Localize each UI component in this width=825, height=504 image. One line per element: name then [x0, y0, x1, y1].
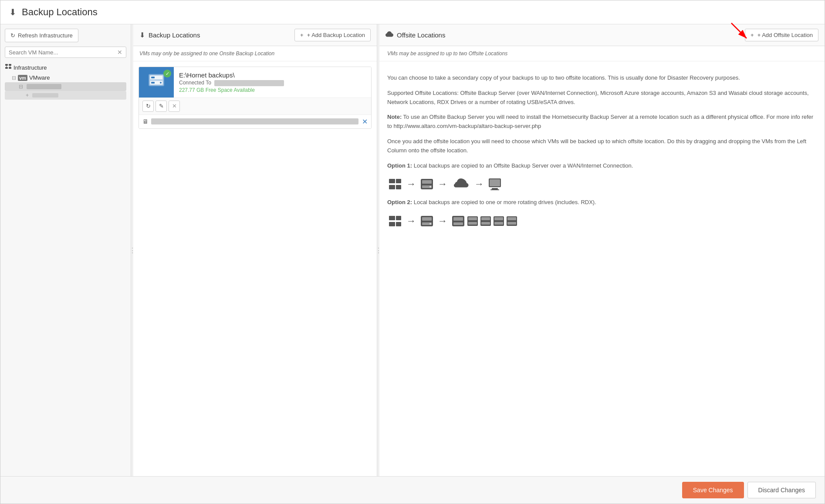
- svg-rect-29: [396, 216, 401, 220]
- backup-card-actions: ↻ ✎ ✕: [139, 97, 371, 114]
- svg-rect-27: [389, 216, 395, 220]
- sidebar: ↻ Refresh Infrastructure ✕: [0, 24, 131, 476]
- backup-panel-header: ⬇ Backup Locations + + Add Backup Locati…: [133, 24, 377, 46]
- delete-location-button[interactable]: ✕: [169, 101, 180, 112]
- svg-rect-3: [9, 67, 11, 69]
- offsite-panel-content: You can choose to take a secondary copy …: [379, 67, 825, 476]
- add-backup-location-button[interactable]: + + Add Backup Location: [294, 29, 371, 41]
- refresh-btn-label: Refresh Infrastructure: [18, 32, 73, 39]
- backup-location-card: ✓ E:\Hornet backups\ Connected To 227.77…: [139, 67, 372, 129]
- page-title: Backup Locations: [22, 7, 98, 18]
- search-input[interactable]: [9, 49, 117, 56]
- svg-rect-45: [494, 217, 503, 220]
- add-offsite-location-button[interactable]: + + Add Offsite Location: [745, 29, 818, 41]
- search-clear-icon[interactable]: ✕: [117, 49, 122, 56]
- svg-point-34: [429, 223, 431, 225]
- add-backup-btn-label: + Add Backup Location: [307, 32, 365, 38]
- svg-rect-2: [5, 67, 8, 69]
- option2-diagram: → →: [387, 213, 817, 229]
- diag-drive-icon: [419, 177, 434, 192]
- svg-rect-46: [494, 222, 503, 225]
- infrastructure-icon: [5, 64, 12, 72]
- backup-location-space: 227.77 GB Free Space Available: [179, 87, 366, 93]
- offsite-title-label: Offsite Locations: [397, 31, 445, 39]
- svg-line-14: [731, 23, 747, 38]
- edit-location-button[interactable]: ✎: [156, 101, 167, 112]
- offsite-panel-info: VMs may be assigned to up to two Offsite…: [379, 46, 825, 61]
- check-badge: ✓: [163, 70, 171, 77]
- refresh-icon: ↻: [10, 32, 15, 39]
- svg-rect-30: [396, 222, 401, 226]
- tree-item-vm1[interactable]: ⊟: [5, 82, 126, 91]
- diag-cloud-icon: [451, 177, 471, 192]
- svg-rect-40: [468, 222, 477, 225]
- offsite-note: Note: To use an Offsite Backup Server yo…: [387, 113, 817, 131]
- backup-panel-content: ✓ E:\Hornet backups\ Connected To 227.77…: [133, 61, 377, 476]
- main-area: ↻ Refresh Infrastructure ✕: [0, 24, 825, 476]
- offsite-desc-2: Supported Offsite Locations: Offsite Bac…: [387, 89, 817, 107]
- offsite-once-text: Once you add the offsite location you wi…: [387, 137, 817, 155]
- backup-locations-panel: ⬇ Backup Locations + + Add Backup Locati…: [133, 24, 377, 476]
- svg-rect-36: [453, 217, 463, 221]
- discard-changes-button[interactable]: Discard Changes: [747, 482, 816, 498]
- app-header: ⬇ Backup Locations: [0, 0, 825, 24]
- svg-rect-18: [396, 185, 401, 189]
- connected-to-label: Connected To: [179, 80, 211, 86]
- vm-remove-button[interactable]: ✕: [362, 118, 368, 126]
- diag2-arrow-2: →: [438, 215, 447, 227]
- infrastructure-label: Infrastructure: [14, 64, 47, 71]
- option1-label: Option 1:: [387, 162, 412, 169]
- svg-rect-25: [492, 188, 498, 189]
- svg-rect-1: [9, 64, 11, 66]
- refresh-location-button[interactable]: ↻: [142, 101, 154, 112]
- tree-item-vmware[interactable]: ⊟ vm VMware: [5, 73, 126, 82]
- backup-title-icon: ⬇: [139, 31, 145, 39]
- tree-connector-2: ⊟: [19, 84, 23, 90]
- add-offsite-btn-label: + Add Offsite Location: [757, 32, 813, 38]
- backup-card-header: ✓ E:\Hornet backups\ Connected To 227.77…: [139, 67, 371, 97]
- backup-card-icon-area: ✓: [139, 67, 174, 97]
- svg-rect-28: [389, 222, 395, 226]
- svg-rect-42: [481, 217, 490, 220]
- tree-connector-1: ⊟: [12, 75, 16, 81]
- diag-computer-icon: [487, 177, 502, 192]
- vm-tree: Infrastructure ⊟ vm VMware ⊟ +: [5, 62, 126, 472]
- svg-point-12: [160, 82, 162, 84]
- diag-server-icon: [387, 176, 403, 192]
- backup-location-connected: Connected To: [179, 80, 366, 86]
- svg-rect-11: [151, 82, 155, 84]
- option2-label: Option 2:: [387, 199, 412, 205]
- svg-rect-49: [507, 222, 516, 225]
- save-changes-button[interactable]: Save Changes: [682, 482, 744, 498]
- diag2-arrow-1: →: [406, 215, 416, 227]
- svg-rect-0: [5, 64, 8, 66]
- vm-row-icon: 🖥: [142, 118, 149, 125]
- tree-item-vm2[interactable]: +: [5, 91, 126, 100]
- tree-connector-3: +: [26, 92, 29, 98]
- diag2-server-icon: [387, 213, 403, 229]
- offsite-panel-title: Offsite Locations: [385, 31, 445, 39]
- diag2-drive5-icon: [493, 215, 505, 228]
- svg-rect-43: [481, 222, 490, 225]
- backup-title-label: Backup Locations: [149, 31, 200, 39]
- svg-rect-26: [490, 189, 499, 190]
- tree-item-infrastructure[interactable]: Infrastructure: [5, 62, 126, 73]
- option2-desc: Local backups are copied to one or more …: [414, 199, 596, 205]
- refresh-infrastructure-button[interactable]: ↻ Refresh Infrastructure: [5, 29, 78, 42]
- offsite-locations-panel: Offsite Locations: [379, 24, 825, 476]
- vm-assignment-row: 🖥 ✕: [139, 114, 371, 128]
- svg-rect-10: [151, 77, 155, 78]
- vmware-icon: vm: [18, 75, 27, 81]
- note-label: Note:: [387, 114, 402, 120]
- vmware-label: VMware: [29, 74, 50, 81]
- option2-text: Option 2: Local backups are copied to on…: [387, 198, 817, 207]
- option1-diagram: → → →: [387, 176, 817, 192]
- diag2-drive3-icon: [467, 215, 479, 228]
- offsite-panel-wrapper: Offsite Locations: [379, 24, 825, 476]
- svg-rect-15: [389, 179, 395, 183]
- header-icon: ⬇: [9, 7, 17, 17]
- svg-rect-16: [389, 185, 395, 189]
- svg-rect-39: [468, 217, 477, 220]
- backup-location-name: E:\Hornet backups\: [179, 71, 366, 79]
- option1-text: Option 1: Local backups are copied to an…: [387, 161, 817, 171]
